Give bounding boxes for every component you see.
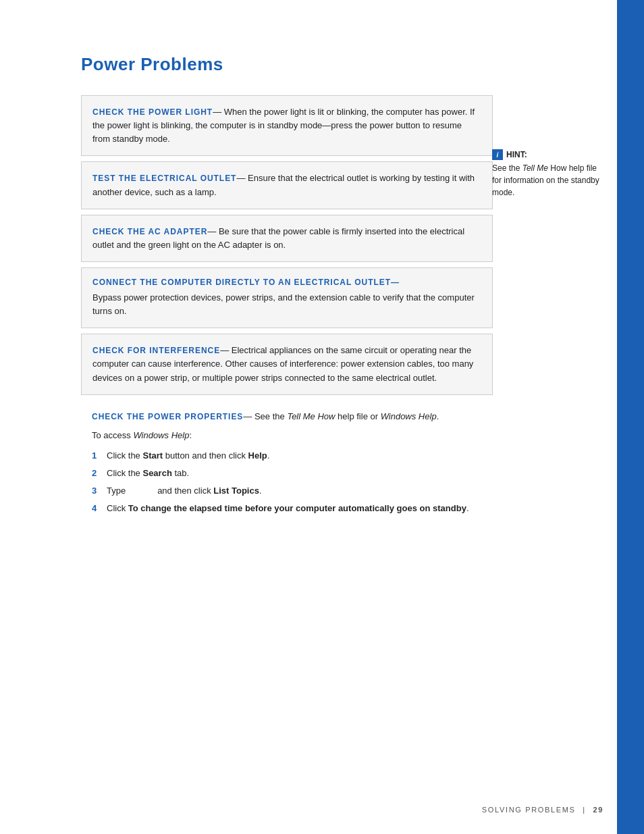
footer-page-number: 29 xyxy=(593,806,603,814)
step-4: 4 Click To change the elapsed time befor… xyxy=(92,502,482,515)
section-power-properties-italic1: Tell Me How xyxy=(287,411,335,421)
step-3-num: 3 xyxy=(92,484,107,498)
section-power-light: Check the power light— When the power li… xyxy=(81,95,493,156)
section-interference-dash: — xyxy=(220,345,229,355)
section-electrical-outlet-label: Test the electrical outlet xyxy=(92,174,236,183)
section-power-light-dash: — xyxy=(213,107,221,117)
section-connect-directly-body: Bypass power protection devices, power s… xyxy=(92,291,481,318)
step-2-content: Click the Search tab. xyxy=(107,467,482,480)
section-power-properties-body: Check the Power Properties— See the Tell… xyxy=(92,410,482,423)
hint-icon-char: i xyxy=(497,150,499,160)
section-interference: Check for interference— Electrical appli… xyxy=(81,334,493,394)
hint-italic1: Tell Me xyxy=(522,163,548,173)
hint-text-before: See the xyxy=(492,163,522,173)
step-3-bold1: List Topics xyxy=(213,486,259,496)
step-1-bold2: Help xyxy=(248,450,267,461)
step-1-bold1: Start xyxy=(142,450,163,461)
section-connect-directly: Connect the computer directly to an elec… xyxy=(81,267,493,328)
section-electrical-outlet: Test the electrical outlet— Ensure that … xyxy=(81,161,493,209)
access-italic: Windows Help xyxy=(133,430,189,440)
section-ac-adapter: Check the AC adapter— Be sure that the p… xyxy=(81,215,493,262)
step-1-content: Click the Start button and then click He… xyxy=(107,449,482,463)
steps-list: 1 Click the Start button and then click … xyxy=(92,449,482,516)
section-power-properties-dash: — xyxy=(243,411,252,421)
section-power-properties-text-mid: help file or xyxy=(335,411,380,421)
hint-box: i HINT: See the Tell Me How help file fo… xyxy=(492,149,603,199)
section-interference-label: Check for interference xyxy=(92,346,220,355)
step-1: 1 Click the Start button and then click … xyxy=(92,449,482,463)
page-footer: Solving Problems | 29 xyxy=(482,806,603,814)
section-ac-adapter-label: Check the AC adapter xyxy=(92,227,207,236)
hint-icon: i xyxy=(492,149,503,160)
step-2: 2 Click the Search tab. xyxy=(92,467,482,480)
footer-separator: | xyxy=(583,806,586,814)
step-3-content: Type and then click List Topics. xyxy=(107,484,482,498)
step-4-bold1: To change the elapsed time before your c… xyxy=(128,503,466,513)
hint-text: See the Tell Me How help file for inform… xyxy=(492,162,603,199)
step-2-bold1: Search xyxy=(142,468,171,478)
step-3: 3 Type and then click List Topics. xyxy=(92,484,482,498)
section-power-light-label: Check the power light xyxy=(92,107,213,117)
hint-text-middle: How xyxy=(548,163,566,173)
section-power-properties: Check the Power Properties— See the Tell… xyxy=(81,400,493,516)
access-windows-help-intro: To access Windows Help: xyxy=(92,429,482,442)
footer-section: Solving Problems xyxy=(482,806,576,814)
page-title: Power Problems xyxy=(81,54,493,75)
step-1-num: 1 xyxy=(92,449,107,463)
page-container: i HINT: See the Tell Me How help file fo… xyxy=(0,0,644,834)
section-power-properties-text-suffix: . xyxy=(437,411,439,421)
section-ac-adapter-dash: — xyxy=(207,226,216,236)
section-power-properties-text-before: See the xyxy=(254,411,287,421)
sidebar-tab xyxy=(617,0,644,834)
main-content: Power Problems Check the power light— Wh… xyxy=(0,0,527,834)
section-power-properties-label: Check the Power Properties xyxy=(92,412,243,421)
step-2-num: 2 xyxy=(92,467,107,480)
step-4-num: 4 xyxy=(92,502,107,515)
hint-keyword: HINT: xyxy=(506,149,527,161)
section-power-properties-italic2: Windows Help xyxy=(381,411,437,421)
section-electrical-outlet-dash: — xyxy=(236,173,245,183)
step-4-content: Click To change the elapsed time before … xyxy=(107,502,482,515)
section-connect-directly-label: Connect the computer directly to an elec… xyxy=(92,278,481,287)
